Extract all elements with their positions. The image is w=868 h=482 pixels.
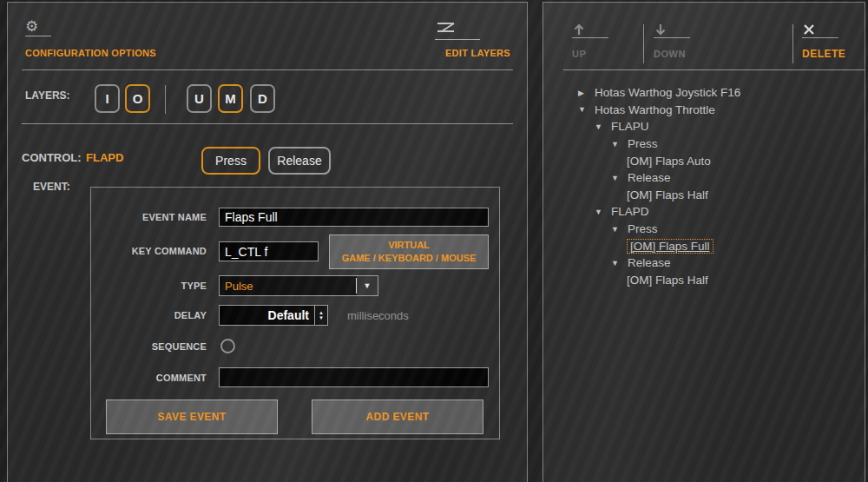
tree-item-label: [OM] Flaps Auto xyxy=(627,155,711,168)
edit-layers-label[interactable]: EDIT LAYERS xyxy=(445,48,510,58)
sequence-radio[interactable] xyxy=(220,339,235,353)
up-label: UP xyxy=(572,49,586,59)
configuration-panel: ⚙ CONFIGURATION OPTIONS EDIT LAYERS LAYE… xyxy=(7,2,528,482)
tree-item-label: [OM] Flaps Half xyxy=(627,274,708,287)
tree-item[interactable]: [OM] Flaps Auto xyxy=(543,152,865,169)
tree-item-label: FLAPD xyxy=(611,205,649,218)
chevron-down-icon[interactable]: ▼ xyxy=(595,208,611,216)
divider xyxy=(165,85,166,114)
down-label: DOWN xyxy=(654,49,686,59)
gear-icon[interactable]: ⚙ xyxy=(25,20,51,34)
layers-label: LAYERS: xyxy=(25,89,70,102)
tree-item[interactable]: [OM] Flaps Half xyxy=(543,272,865,289)
arrow-down-icon xyxy=(654,23,667,36)
chevron-down-icon[interactable]: ▼ xyxy=(611,259,628,267)
configuration-options-label[interactable]: CONFIGURATION OPTIONS xyxy=(25,48,156,58)
tree-item[interactable]: ▼ FLAPD xyxy=(543,203,865,221)
key-command-input[interactable]: L_CTL f xyxy=(219,241,319,261)
comment-input[interactable] xyxy=(219,367,489,387)
tree-item[interactable]: ▼ Press xyxy=(543,221,865,238)
edit-layers-button[interactable] xyxy=(435,22,480,40)
divider xyxy=(25,36,51,36)
comment-label: COMMENT xyxy=(156,373,207,383)
tree-item[interactable]: ▶ Hotas Warthog Joystick F16 xyxy=(543,84,865,102)
move-down-button[interactable]: DOWN xyxy=(654,23,706,60)
divider xyxy=(572,37,608,38)
delay-label: DELAY xyxy=(174,310,207,320)
tree-item-label: Hotas Warthog Joystick F16 xyxy=(595,86,740,99)
events-tree-panel: UP DOWN DELETE ▶ Hotas Warthog Joystick … xyxy=(542,2,865,482)
delay-input[interactable]: Default xyxy=(219,305,315,326)
save-event-button[interactable]: SAVE EVENT xyxy=(106,399,278,434)
chevron-down-icon[interactable]: ▼ xyxy=(578,105,595,114)
release-button[interactable]: Release xyxy=(268,147,331,175)
event-label: EVENT: xyxy=(33,181,70,193)
type-value: Pulse xyxy=(220,276,356,295)
type-label: TYPE xyxy=(181,281,207,291)
layer-button-m[interactable]: M xyxy=(218,84,243,113)
press-button[interactable]: Press xyxy=(201,147,260,175)
layer-button-o[interactable]: O xyxy=(125,84,150,113)
layer-button-d[interactable]: D xyxy=(250,84,275,113)
tree-item-label: Release xyxy=(628,256,671,269)
add-event-button[interactable]: ADD EVENT xyxy=(312,399,483,434)
event-name-input[interactable]: Flaps Full xyxy=(219,208,489,227)
layer-button-u[interactable]: U xyxy=(187,84,212,113)
tree-item-label: [OM] Flaps Half xyxy=(627,188,708,201)
tree-item[interactable]: ▼ Release xyxy=(543,169,865,187)
divider xyxy=(802,37,838,38)
delay-stepper[interactable]: ▲ ▼ xyxy=(315,305,328,326)
close-icon xyxy=(802,23,816,36)
delete-button[interactable]: DELETE xyxy=(802,23,854,60)
tree-item[interactable]: ▼ Press xyxy=(543,135,865,153)
tree-item-label: Press xyxy=(628,137,658,150)
divider xyxy=(22,69,513,70)
type-dropdown[interactable]: Pulse ▼ xyxy=(219,275,378,296)
divider xyxy=(435,39,480,40)
tree-item[interactable]: ▼ Release xyxy=(543,254,865,272)
layer-button-i[interactable]: I xyxy=(95,84,120,113)
arrow-up-icon xyxy=(572,23,586,36)
chevron-down-icon[interactable]: ▼ xyxy=(611,225,628,234)
tree-item[interactable]: ▼ Hotas Warthog Throttle xyxy=(543,102,865,119)
key-command-label: KEY COMMAND xyxy=(132,246,207,256)
divider xyxy=(792,24,793,63)
tree-item[interactable]: [OM] Flaps Half xyxy=(543,187,865,204)
configuration-options-button[interactable]: ⚙ xyxy=(25,20,51,36)
virtual-button-line1: VIRTUAL xyxy=(388,239,430,252)
event-name-label: EVENT NAME xyxy=(142,212,207,222)
chevron-down-icon[interactable]: ▼ xyxy=(357,276,378,295)
events-tree: ▶ Hotas Warthog Joystick F16 ▼ Hotas War… xyxy=(543,84,865,288)
chevron-down-icon[interactable]: ▼ xyxy=(595,122,611,131)
tree-item[interactable]: ▼ FLAPU xyxy=(543,118,865,135)
divider xyxy=(643,24,644,63)
control-value: FLAPD xyxy=(86,151,123,164)
tree-item-label[interactable]: [OM] Flaps Full xyxy=(627,239,713,254)
sequence-label: SEQUENCE xyxy=(152,341,207,352)
stepper-down-icon[interactable]: ▼ xyxy=(319,315,324,320)
chevron-right-icon[interactable]: ▶ xyxy=(578,89,595,97)
event-panel: EVENT NAME Flaps Full KEY COMMAND L_CTL … xyxy=(90,187,500,439)
delay-units: milliseconds xyxy=(347,309,409,322)
chevron-down-icon[interactable]: ▼ xyxy=(611,174,628,182)
virtual-button-line2: GAME / KEYBOARD / MOUSE xyxy=(342,252,477,265)
tree-item-label: FLAPU xyxy=(611,120,649,133)
chevron-down-icon[interactable]: ▼ xyxy=(611,140,628,149)
tree-item-label: Press xyxy=(628,222,658,235)
tree-item-selected[interactable]: [OM] Flaps Full xyxy=(543,237,865,254)
tree-item-label: Release xyxy=(628,171,671,184)
divider xyxy=(22,123,513,124)
control-label: CONTROL: xyxy=(22,151,82,164)
layers-icon[interactable] xyxy=(435,22,457,34)
move-up-button[interactable]: UP xyxy=(572,23,624,60)
tree-item-label: Hotas Warthog Throttle xyxy=(595,103,715,116)
delete-label: DELETE xyxy=(802,48,845,60)
divider xyxy=(654,37,690,38)
divider xyxy=(563,69,865,70)
virtual-keyboard-button[interactable]: VIRTUAL GAME / KEYBOARD / MOUSE xyxy=(329,234,489,269)
